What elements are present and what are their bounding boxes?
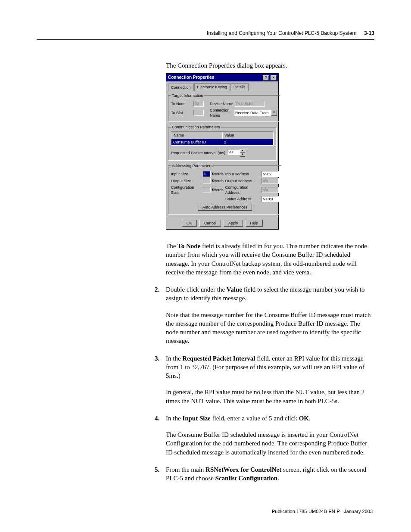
auto-address-button[interactable]: Auto Address Preferences (198, 204, 252, 211)
config-size-label: Configuration Size (171, 185, 201, 195)
device-name-label: Device Name (210, 101, 233, 106)
rpi-spinner[interactable]: ▲▼ (227, 149, 245, 157)
to-slot-label: To Slot (171, 110, 192, 115)
cancel-button[interactable]: Cancel (199, 220, 221, 227)
table-header-value: Value (222, 132, 273, 139)
config-size-dropdown: ▼ (203, 187, 211, 193)
step-4: In the Input Size field, enter a value o… (166, 414, 373, 457)
to-node-label: To Node (171, 101, 192, 106)
words-label-3: Words (212, 187, 224, 193)
input-size-dropdown[interactable]: ▼ (203, 171, 211, 177)
output-address-field: n/a (262, 178, 279, 184)
connection-properties-dialog: Connection Properties ? × Connection Ele… (166, 73, 279, 230)
to-node-explanation: The To Node field is already filled in f… (166, 242, 373, 277)
dialog-help-button[interactable]: ? (263, 75, 269, 81)
spinner-buttons[interactable]: ▲▼ (240, 149, 245, 157)
ok-button[interactable]: OK (182, 220, 197, 227)
intro-text: The Connection Properties dialog box app… (166, 61, 373, 70)
rpi-label: Requested Packet Interval (ms) (171, 150, 225, 156)
publication-footer: Publication 1785-UM024B-EN-P - January 2… (166, 508, 373, 515)
input-size-field[interactable] (203, 171, 211, 177)
header-rule (37, 39, 374, 40)
words-label-1: Words (212, 171, 224, 177)
input-size-label: Input Size (171, 171, 201, 177)
tab-connection[interactable]: Connection (168, 84, 194, 91)
output-address-label: Output Address (225, 178, 260, 184)
config-address-field: n/a (262, 187, 279, 193)
dialog-titlebar: Connection Properties ? × (166, 74, 278, 81)
connection-name-dropdown[interactable]: Receive Data From ▼ (234, 110, 277, 116)
device-name-field: PLC-5/40C (235, 101, 265, 107)
connection-name-label: Connection Name (210, 108, 232, 118)
to-node-field: 02 (193, 101, 204, 107)
words-label-2: Words (212, 178, 224, 184)
communication-parameters-group: Communication Parameters Name Value Cons… (168, 124, 277, 160)
connection-name-value: Receive Data From (234, 110, 271, 116)
target-information-legend: Target Information (171, 93, 204, 98)
table-cell-name: Consume Buffer ID (171, 139, 222, 145)
status-address-label: Status Address (225, 196, 260, 202)
dialog-tabs: Connection Electronic Keying Details (168, 83, 277, 91)
output-size-dropdown: ▼ (203, 178, 211, 184)
running-header: Installing and Configuring Your ControlN… (37, 30, 374, 36)
target-information-group: Target Information To Node 02 Device Nam… (168, 93, 280, 122)
dialog-close-button[interactable]: × (271, 75, 277, 81)
step-4-note: The Consume Buffer ID scheduled message … (166, 430, 373, 457)
table-header-name: Name (171, 132, 222, 139)
running-title: Installing and Configuring Your ControlN… (207, 30, 357, 36)
tab-details[interactable]: Details (230, 83, 249, 91)
tab-electronic-keying[interactable]: Electronic Keying (194, 83, 230, 91)
step-2-note: Note that the message number for the Con… (166, 311, 373, 345)
to-slot-field (193, 110, 204, 116)
rpi-input[interactable] (227, 149, 240, 155)
step-3: In the Requested Packet Interval field, … (166, 354, 373, 405)
table-row[interactable]: Consume Buffer ID 2 (171, 139, 273, 145)
dialog-title: Connection Properties (168, 75, 214, 81)
step-5: From the main RSNetWorx for ControlNet s… (166, 465, 373, 483)
addressing-parameters-legend: Addressing Parameters (171, 163, 213, 168)
table-cell-value: 2 (222, 139, 273, 145)
config-size-field (203, 187, 211, 193)
output-size-field (203, 178, 211, 184)
communication-parameters-legend: Communication Parameters (171, 124, 221, 130)
output-size-label: Output Size (171, 178, 201, 184)
config-address-label: Configuration Address (225, 185, 260, 195)
step-2: Double click under the Value field to se… (166, 285, 373, 345)
input-address-field[interactable]: N9:5 (262, 171, 279, 177)
page-number: 3-13 (364, 30, 374, 36)
step-3-note: In general, the RPI value must be no les… (166, 388, 373, 405)
status-address-field[interactable]: N10:9 (262, 196, 279, 202)
apply-button[interactable]: Apply (224, 220, 243, 227)
help-button[interactable]: Help (246, 220, 263, 227)
chevron-down-icon: ▼ (271, 110, 277, 116)
comm-params-table: Name Value Consume Buffer ID 2 (171, 131, 274, 145)
input-address-label: Input Address (225, 171, 260, 177)
addressing-parameters-group: Addressing Parameters Input Size ▼ Words… (168, 163, 282, 215)
